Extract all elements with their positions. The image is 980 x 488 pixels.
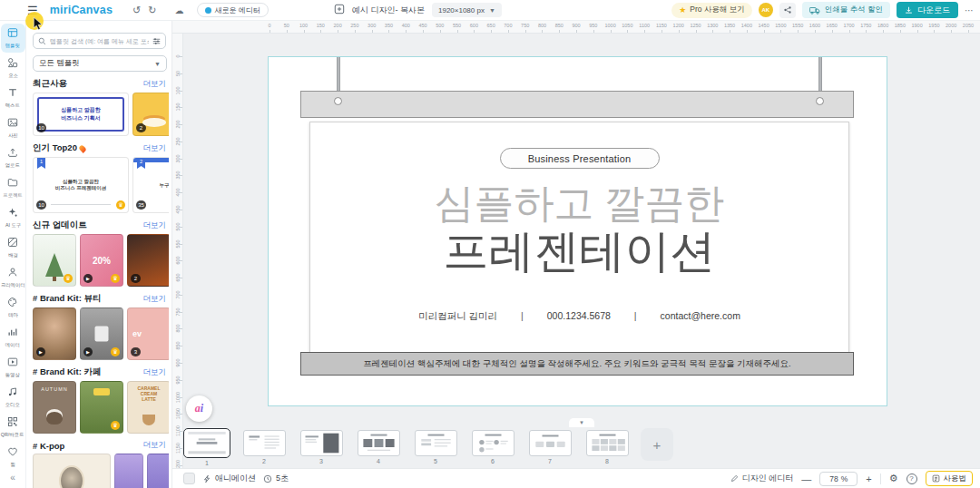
sidebar-item-ai-tools[interactable]: AI 도구 [1,203,25,232]
page-thumbnail-preview[interactable] [243,430,286,456]
sidebar-item-elements[interactable]: 요소 [1,54,25,83]
sidebar-item-theme[interactable]: 테마 [1,293,25,322]
template-thumbnail-ppt-blue[interactable]: 심플하고 깔끔한 비즈니스 기획서10 [33,93,129,136]
animation-button[interactable]: 애니메이션 [202,473,256,484]
howto-button[interactable]: 사용법 [926,471,974,486]
cloud-save-icon[interactable]: ☁ [175,5,184,15]
page-thumbnail-preview[interactable] [358,430,400,456]
new-editor-badge[interactable]: 새로운 에디터 [197,3,269,17]
hanging-rope-left[interactable] [337,57,340,93]
slide-title-line1[interactable]: 심플하고 깔끔한 [310,181,848,225]
page-thumbnail-preview[interactable] [472,430,514,456]
page-thumbnail-preview[interactable] [586,430,629,456]
page-thumbnail-3[interactable]: 3 [298,428,345,464]
page-thumbnail-6[interactable]: 6 [469,428,516,464]
pagestrip-collapse-icon[interactable]: ▼ [569,418,594,427]
template-thumbnail-latte[interactable]: CARAMEL CREAM LATTE [127,381,169,434]
board-ring-right[interactable] [816,97,824,105]
email-address[interactable]: contact@here.com [661,310,740,323]
redo-icon[interactable]: ↻ [148,5,156,16]
page-thumbnail-4[interactable]: 4 [355,428,402,464]
title-card[interactable]: Business Presentation 심플하고 깔끔한 프레젠테이션 미리… [309,122,849,353]
sidebar-item-background[interactable]: 배경 [1,233,25,262]
template-thumbnail-ev-pink[interactable]: ev3 [127,307,169,360]
settings-gear-icon[interactable]: ⚙ [889,473,898,484]
template-thumbnail-purple-idol2[interactable]: 2 [147,454,169,488]
hanging-rope-right[interactable] [818,57,822,93]
page-thumbnail-5[interactable]: 5 [412,428,459,464]
see-more-link[interactable]: 더보기 [143,294,167,305]
slide-title-line2[interactable]: 프레젠테이션 [310,227,848,276]
print-promo-button[interactable]: 인쇄물 추석 할인 [802,2,890,18]
template-thumbnail-leemiri[interactable]: LEE MIRI2 [33,454,111,488]
phone-number[interactable]: 000.1234.5678 [547,310,611,323]
template-thumbnail-purple-idol[interactable]: ▶♛ [114,454,143,488]
template-search[interactable] [33,33,166,49]
company-name[interactable]: 미리컴퍼니 김미리 [418,310,497,323]
avatar[interactable]: AK [759,3,773,17]
page-thumbnail-preview[interactable] [415,430,457,456]
see-more-link[interactable]: 더보기 [143,143,167,154]
undo-icon[interactable]: ↺ [132,5,141,16]
see-more-link[interactable]: 더보기 [143,79,167,90]
page-count-badge: 35 [136,200,146,210]
template-thumbnail-ppt-plain2[interactable]: 누구나 쉽게 만드는235 [132,157,169,213]
document-title[interactable]: 예시 디자인- 복사본 [352,5,425,16]
template-thumbnail-cake-yellow[interactable]: 2 [132,93,169,136]
sidebar-item-upload[interactable]: 업로드 [1,143,25,172]
template-filter-dropdown[interactable]: 모든 템플릿 ▼ [33,55,167,72]
zoom-level[interactable]: 78 % [819,472,858,486]
duration-button[interactable]: 5초 [263,473,289,484]
page-thumbnail-preview[interactable] [529,430,572,456]
try-pro-button[interactable]: ★ Pro 사용해 보기 [671,3,752,18]
sidebar-item-favorite[interactable]: 찜 [1,443,25,472]
add-page-button[interactable]: + [641,428,673,461]
editor-mode-button[interactable]: 디자인 에디터 [730,473,794,484]
see-more-link[interactable]: 더보기 [143,367,167,378]
slide-page[interactable]: Business Presentation 심플하고 깔끔한 프레젠테이션 미리… [268,56,887,406]
template-thumbnail-xmas[interactable]: ♛ [33,234,76,287]
page-thumbnail-preview[interactable] [183,428,230,458]
canvas-area[interactable]: 0501001502002503003504004505005506006507… [172,21,980,488]
new-design-icon[interactable] [334,2,345,18]
sidebar-item-template[interactable]: 템플릿 [1,24,25,53]
collapse-panel-icon[interactable]: « [10,473,15,483]
sidebar-item-project[interactable]: 프로젝트 [1,173,25,202]
sidebar-item-photo[interactable]: 사진 [1,113,25,142]
hanging-board[interactable] [300,91,854,118]
contact-row[interactable]: 미리컴퍼니 김미리 | 000.1234.5678 | contact@here… [310,310,848,323]
template-thumbnail-dark-promo[interactable]: 2 [127,234,169,287]
sidebar-item-qrcode[interactable]: QR/바코드 [1,413,25,442]
page-thumbnail-7[interactable]: 7 [526,428,573,464]
page-thumbnail-preview[interactable] [300,430,343,456]
page-thumbnail-8[interactable]: 8 [583,428,631,464]
sidebar-item-audio[interactable]: 오디오 [1,383,25,412]
template-thumbnail-ppt-plain[interactable]: 심플하고 깔끔한 비즈니스 프레젠테이션110♛ [33,157,129,213]
more-options-icon[interactable]: ⋯ [965,5,975,15]
template-thumbnail-sale20[interactable]: 20%▶♛ [80,234,123,287]
template-thumbnail-autumn[interactable]: AUTUMN [33,381,76,434]
slide-footer-note[interactable]: 프레젠테이션 핵심주제에 대한 구체적인 설명을 작성해주세요. 주요 키워드와… [300,352,854,376]
download-button[interactable]: 다운로드 [897,2,958,18]
zoom-out-icon[interactable]: — [801,473,811,484]
canvas-size-dropdown[interactable]: 1920×1080 px ▼ [432,3,502,17]
see-more-link[interactable]: 더보기 [143,440,167,451]
template-thumbnail-product[interactable]: ▶♛ [80,307,123,360]
board-ring-left[interactable] [334,97,342,105]
ai-assistant-button[interactable]: ai [186,395,212,422]
template-thumbnail-matcha[interactable]: ♛ [80,381,123,434]
search-input[interactable] [50,38,149,44]
sidebar-item-text[interactable]: 텍스트 [1,83,25,112]
share-button[interactable] [779,3,796,18]
template-thumbnail-face[interactable]: ▶ [33,307,76,360]
page-thumbnail-1[interactable]: 1 [183,428,230,466]
see-more-link[interactable]: 더보기 [143,220,167,231]
sidebar-item-data[interactable]: 데이터 [1,323,25,352]
tagline-pill[interactable]: Business Presentation [500,148,660,169]
help-icon[interactable]: ? [906,473,917,484]
page-thumbnail-2[interactable]: 2 [240,428,288,464]
sidebar-item-video[interactable]: 동영상 [1,353,25,382]
zoom-in-icon[interactable]: + [866,473,871,484]
select-all-checkbox[interactable] [183,473,195,484]
sidebar-item-creator[interactable]: 크리에이터 [1,263,25,292]
